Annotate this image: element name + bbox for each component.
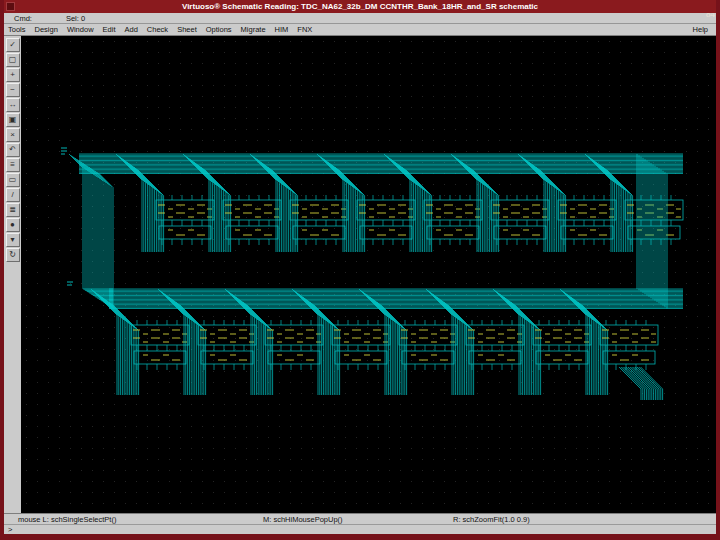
pin-icon[interactable]: ● — [6, 218, 20, 232]
menu-options[interactable]: Options — [206, 25, 232, 34]
copy-icon[interactable]: ▣ — [6, 113, 20, 127]
mouse-binding-right: R: schZoomFit(1.0 0.9) — [453, 515, 530, 524]
menu-bar: ToolsDesignWindowEditAddCheckSheetOption… — [4, 24, 716, 36]
schematic-canvas[interactable] — [21, 36, 716, 513]
zoom-out-icon[interactable]: − — [6, 83, 20, 97]
descend-icon[interactable]: ▾ — [6, 233, 20, 247]
prompt-bar[interactable]: > — [4, 524, 716, 534]
menu-tools[interactable]: Tools — [8, 25, 26, 34]
instance-icon[interactable]: ▭ — [6, 173, 20, 187]
mouse-binding-left: mouse L: schSingleSelectPt() — [18, 515, 263, 524]
menu-fnx[interactable]: FNX — [297, 25, 312, 34]
delete-icon[interactable]: × — [6, 128, 20, 142]
stretch-icon[interactable]: ↔ — [6, 98, 20, 112]
mouse-bindings-bar: mouse L: schSingleSelectPt() M: schHiMou… — [4, 513, 716, 524]
menu-edit[interactable]: Edit — [103, 25, 116, 34]
schematic-viewport[interactable] — [21, 36, 716, 513]
main-area: ✓▢+−↔▣×↶≡▭/≣●▾↻ — [4, 36, 716, 513]
wire-icon[interactable]: / — [6, 188, 20, 202]
properties-icon[interactable]: ≡ — [6, 158, 20, 172]
cmd-label: Cmd: — [14, 14, 32, 23]
command-status-bar: Cmd: Sel: 0 — [4, 13, 716, 24]
menu-check[interactable]: Check — [147, 25, 168, 34]
wire-name-icon[interactable]: ≣ — [6, 203, 20, 217]
menu-design[interactable]: Design — [35, 25, 58, 34]
zoom-in-icon[interactable]: + — [6, 68, 20, 82]
repeat-icon[interactable]: ↻ — [6, 248, 20, 262]
window-title: Virtuoso® Schematic Reading: TDC_NA62_32… — [182, 2, 538, 11]
menu-him[interactable]: HIM — [275, 25, 289, 34]
tool-palette: ✓▢+−↔▣×↶≡▭/≣●▾↻ — [4, 36, 21, 513]
cli-prompt: > — [8, 525, 12, 534]
menu-sheet[interactable]: Sheet — [177, 25, 197, 34]
menu-migrate[interactable]: Migrate — [241, 25, 266, 34]
menu-help[interactable]: Help — [693, 25, 708, 34]
check-and-save-icon[interactable]: ✓ — [6, 38, 20, 52]
window-titlebar[interactable]: Virtuoso® Schematic Reading: TDC_NA62_32… — [4, 0, 716, 13]
save-icon[interactable]: ▢ — [6, 53, 20, 67]
window-menu-button[interactable] — [6, 2, 15, 11]
mouse-binding-middle: M: schHiMousePopUp() — [263, 515, 453, 524]
menu-add[interactable]: Add — [125, 25, 138, 34]
undo-icon[interactable]: ↶ — [6, 143, 20, 157]
virtuoso-window: Virtuoso® Schematic Reading: TDC_NA62_32… — [4, 0, 716, 534]
selection-count: Sel: 0 — [66, 14, 85, 23]
menu-window[interactable]: Window — [67, 25, 94, 34]
